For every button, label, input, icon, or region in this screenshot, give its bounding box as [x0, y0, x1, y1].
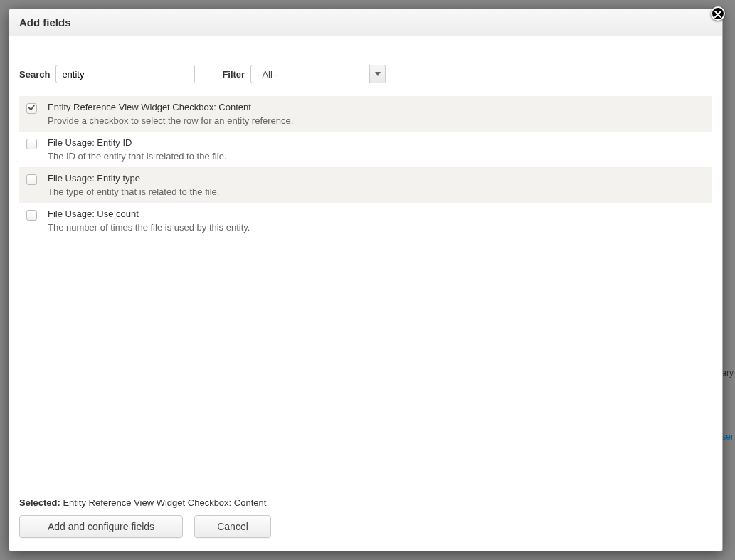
add-configure-button[interactable]: Add and configure fields [19, 515, 183, 538]
check-icon [28, 103, 36, 114]
field-checkbox[interactable] [26, 174, 37, 185]
field-row: Entity Reference View Widget Checkbox: C… [19, 96, 712, 132]
field-row: File Usage: Entity type The type of enti… [19, 167, 712, 203]
field-title: File Usage: Entity ID [48, 137, 705, 148]
selected-value: Entity Reference View Widget Checkbox: C… [63, 497, 266, 508]
filter-label: Filter [222, 69, 245, 80]
field-desc: The type of entity that is related to th… [48, 186, 705, 197]
close-icon [714, 8, 721, 20]
search-label: Search [19, 69, 50, 80]
field-title: File Usage: Entity type [48, 173, 705, 184]
field-title: Entity Reference View Widget Checkbox: C… [48, 102, 705, 112]
field-list: Entity Reference View Widget Checkbox: C… [19, 96, 712, 238]
selected-label: Selected: [19, 497, 60, 508]
controls-row: Search Filter - All - [19, 46, 712, 96]
search-input[interactable] [55, 65, 195, 83]
field-checkbox[interactable] [26, 139, 37, 149]
chevron-down-icon [369, 65, 385, 83]
field-checkbox[interactable] [26, 210, 37, 221]
button-row: Add and configure fields Cancel [19, 515, 712, 538]
cancel-button[interactable]: Cancel [194, 515, 271, 538]
dialog-footer: Selected: Entity Reference View Widget C… [9, 489, 722, 551]
check-icon [28, 210, 36, 221]
field-checkbox[interactable] [26, 103, 37, 114]
check-icon [28, 139, 36, 149]
dialog-title: Add fields [19, 16, 71, 28]
dialog-header: Add fields [9, 9, 722, 36]
check-icon [28, 174, 36, 185]
filter-select[interactable]: - All - [250, 65, 386, 83]
field-row: File Usage: Entity ID The ID of the enti… [19, 132, 712, 167]
field-desc: Provide a checkbox to select the row for… [48, 115, 705, 126]
filter-group: Filter - All - [222, 65, 386, 83]
add-fields-dialog: Add fields Search Filter - All - [9, 9, 723, 551]
dialog-body: Search Filter - All - Entity Reference V… [9, 36, 722, 489]
filter-value: - All - [251, 69, 284, 80]
field-desc: The number of times the file is used by … [48, 222, 705, 233]
field-row: File Usage: Use count The number of time… [19, 203, 712, 238]
selected-line: Selected: Entity Reference View Widget C… [19, 497, 712, 508]
field-title: File Usage: Use count [48, 208, 705, 219]
field-desc: The ID of the entity that is related to … [48, 151, 705, 162]
close-button[interactable] [711, 6, 725, 21]
